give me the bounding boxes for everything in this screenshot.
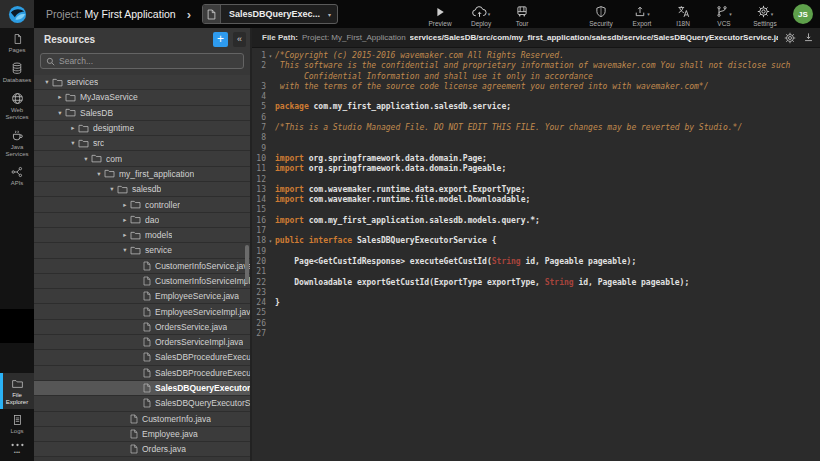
folder-icon <box>65 93 76 102</box>
tree-item-service[interactable]: ▾service <box>34 243 250 258</box>
code-text: import com.wavemaker.runtime.file.model.… <box>275 195 530 205</box>
action-settings[interactable]: ▾Settings <box>751 2 779 27</box>
file-icon <box>143 352 151 362</box>
tree-item-dao[interactable]: ▸dao <box>34 213 250 228</box>
tree-item-salesdbprocedureexecuto[interactable]: SalesDBProcedureExecuto <box>34 350 250 365</box>
action-export[interactable]: ▾Export <box>628 2 656 27</box>
resources-header: Resources + « <box>34 28 250 50</box>
chevron-down-icon[interactable]: ▾ <box>94 170 104 178</box>
action-vcs[interactable]: ▾VCS <box>710 2 738 27</box>
tree-item-customerinfo-java[interactable]: CustomerInfo.java <box>34 412 250 427</box>
fold-gutter <box>266 308 275 318</box>
tree-item-label: com <box>106 154 122 164</box>
sidebar-item-logs[interactable]: Logs <box>0 409 34 438</box>
chevron-down-icon[interactable]: ▾ <box>107 185 117 193</box>
file-icon <box>143 337 151 347</box>
tree-item-my-first-application[interactable]: ▾my_first_application <box>34 167 250 182</box>
sidebar-item-label: Web Services <box>3 107 31 121</box>
fold-gutter <box>266 267 275 277</box>
left-rail: PagesDatabasesWeb ServicesJava ServicesA… <box>0 28 34 461</box>
code-line: 11import org.springframework.data.domain… <box>252 164 820 174</box>
action-security[interactable]: Security <box>587 2 615 27</box>
tree-item-ordersserviceimpl-java[interactable]: OrdersServiceImpl.java <box>34 335 250 350</box>
tree-item-employee-java[interactable]: Employee.java <box>34 427 250 442</box>
code-line: 1▾/*Copyright (c) 2015-2016 wavemaker.co… <box>252 51 820 61</box>
line-number: 2 <box>252 61 266 71</box>
chevron-down-icon[interactable]: ▾ <box>120 246 130 254</box>
chevron-down-icon[interactable]: ▾ <box>55 109 65 117</box>
fold-marker-icon[interactable]: ▾ <box>266 236 275 246</box>
user-avatar[interactable]: JS <box>793 4 813 24</box>
sidebar-item-file-explorer[interactable]: File Explorer <box>0 373 34 409</box>
tree-item-controller[interactable]: ▸controller <box>34 197 250 212</box>
action-i18n[interactable]: I18N <box>669 2 697 27</box>
tree-item-employeeservice-java[interactable]: EmployeeService.java <box>34 289 250 304</box>
tree-item-label: src <box>93 138 104 148</box>
chevron-down-icon[interactable]: ▾ <box>42 78 52 86</box>
tree-item-label: SalesDBQueryExecutorSer <box>155 398 250 408</box>
file-path-bar: File Path: Project: My_First_Application… <box>252 28 820 48</box>
code-editor[interactable]: 1▾/*Copyright (c) 2015-2016 wavemaker.co… <box>252 48 820 461</box>
sidebar-item-web-services[interactable]: Web Services <box>0 87 34 124</box>
chevron-right-icon[interactable]: ▸ <box>120 201 130 209</box>
download-file-icon[interactable] <box>803 32 814 44</box>
sidebar-item-java-services[interactable]: Java Services <box>0 124 34 161</box>
project-name: My First Application <box>85 8 176 20</box>
chevron-down-icon[interactable]: ▾ <box>81 155 91 163</box>
tree-scrollbar-thumb[interactable] <box>245 245 249 283</box>
tree-item-designtime[interactable]: ▸designtime <box>34 121 250 136</box>
code-text: Confidential Information and shall use i… <box>275 72 593 82</box>
action-label: Deploy <box>471 20 491 27</box>
fold-gutter <box>266 216 275 226</box>
fold-gutter <box>266 226 275 236</box>
code-line: 8 <box>252 133 820 143</box>
cloud-upload-icon <box>472 6 487 18</box>
tree-item-customerinfoserviceimpl-j[interactable]: CustomerInfoServiceImpl.j <box>34 274 250 289</box>
line-number: 20 <box>252 257 266 267</box>
tree-item-label: services <box>67 77 98 87</box>
tree-item-myjavaservice[interactable]: ▸MyJavaService <box>34 90 250 105</box>
action-label: Export <box>633 20 652 27</box>
tree-item-salesdb[interactable]: ▾salesdb <box>34 182 250 197</box>
tree-item-models[interactable]: ▸models <box>34 228 250 243</box>
tree-item-salesdbqueryexecutorser[interactable]: SalesDBQueryExecutorSer <box>34 381 250 396</box>
open-file-dropdown[interactable]: SalesDBQueryExec... ▾ <box>202 4 338 24</box>
tree-item-orders-java[interactable]: Orders.java <box>34 442 250 457</box>
chevron-right-icon[interactable]: ▸ <box>55 93 65 101</box>
sidebar-item-[interactable]: ••• <box>0 438 34 459</box>
file-icon <box>143 261 151 271</box>
wavemaker-logo[interactable] <box>0 0 34 28</box>
tree-item-com[interactable]: ▾com <box>34 151 250 166</box>
editor-settings-gear-icon[interactable] <box>784 32 796 44</box>
sidebar-item-pages[interactable]: Pages <box>0 28 34 57</box>
tree-item-src[interactable]: ▾src <box>34 136 250 151</box>
tree-item-services[interactable]: ▾services <box>34 75 250 90</box>
action-preview[interactable]: Preview <box>426 2 454 27</box>
sidebar-item-databases[interactable]: Databases <box>0 57 34 87</box>
export-icon <box>634 5 646 18</box>
folder-open-icon <box>11 378 24 390</box>
tree-item-customerinfoservice-java[interactable]: CustomerInfoService.java <box>34 259 250 274</box>
line-number: 25 <box>252 308 266 318</box>
action-deploy[interactable]: ▾Deploy <box>467 2 495 27</box>
action-tour[interactable]: Tour <box>508 2 536 27</box>
chevron-right-icon[interactable]: ▸ <box>68 124 78 132</box>
tree-item-ordersservice-java[interactable]: OrdersService.java <box>34 320 250 335</box>
search-input[interactable] <box>59 56 238 66</box>
tree-item-salesdbprocedureexecuto[interactable]: SalesDBProcedureExecuto <box>34 366 250 381</box>
file-icon <box>130 414 138 424</box>
sidebar-item-apis[interactable]: APIs <box>0 161 34 190</box>
collapse-panel-button[interactable]: « <box>233 32 246 47</box>
tree-item-label: salesdb <box>132 184 161 194</box>
tree-item-employeeserviceimpl-java[interactable]: EmployeeServiceImpl.java <box>34 304 250 319</box>
translate-icon <box>677 5 690 18</box>
fold-gutter <box>266 175 275 185</box>
tree-item-salesdb[interactable]: ▾SalesDB <box>34 106 250 121</box>
tree-item-salesdbqueryexecutorser[interactable]: SalesDBQueryExecutorSer <box>34 396 250 411</box>
coffee-icon <box>11 129 24 142</box>
chevron-right-icon[interactable]: ▸ <box>120 231 130 239</box>
chevron-down-icon[interactable]: ▾ <box>68 139 78 147</box>
add-resource-button[interactable]: + <box>213 32 228 47</box>
fold-marker-icon[interactable]: ▾ <box>266 51 275 61</box>
chevron-right-icon[interactable]: ▸ <box>120 216 130 224</box>
